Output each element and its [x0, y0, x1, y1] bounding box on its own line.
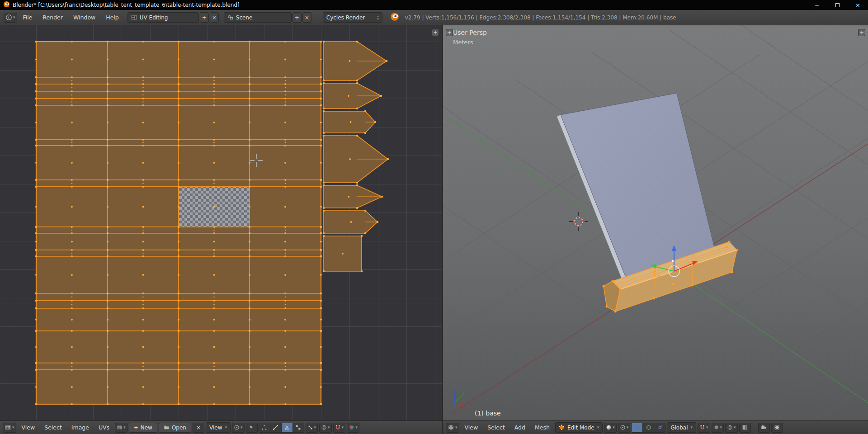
add-layout-button[interactable]: +: [200, 12, 209, 23]
uv-menu-uvs[interactable]: UVs: [94, 423, 113, 433]
island-select-icon: [295, 425, 301, 430]
uv-editor-header: ▾ View Select Image UVs ▾ + New Open: [0, 420, 442, 434]
film-icon: [774, 425, 780, 430]
uv-draw-channels-selector[interactable]: ▾: [347, 423, 359, 433]
active-object-overlay: (1) base: [475, 410, 501, 417]
unlink-image-button[interactable]: ×: [193, 423, 204, 433]
render-engine-selector[interactable]: Cycles Render ▴▾: [323, 12, 382, 23]
snap-element-icon: [713, 425, 719, 430]
close-button[interactable]: ×: [848, 0, 868, 10]
menu-render[interactable]: Render: [38, 12, 67, 23]
sync-select-icon: [249, 425, 255, 430]
proportional-edit-icon: [321, 425, 327, 430]
engine-value: Cycles Render: [326, 14, 365, 21]
blender-logo: [390, 12, 399, 23]
menu-file[interactable]: File: [19, 12, 37, 23]
v3d-pivot-selector[interactable]: ▾: [618, 423, 631, 433]
uv-menu-view[interactable]: View: [18, 423, 39, 433]
interaction-mode-selector[interactable]: Edit Mode ▾: [555, 422, 603, 433]
snap-toggle[interactable]: ▾: [698, 423, 710, 433]
uv-menu-select[interactable]: Select: [40, 423, 66, 433]
shading-sphere-icon: [606, 425, 612, 430]
face-select-icon: [284, 425, 290, 430]
toolshelf-region-toggle[interactable]: +: [446, 29, 453, 36]
view3d-editor-type-button[interactable]: ▾: [446, 423, 459, 433]
camera-icon: [761, 425, 767, 430]
menu-help[interactable]: Help: [101, 12, 123, 23]
opengl-render-anim-button[interactable]: [771, 423, 783, 433]
menu-window[interactable]: Window: [69, 12, 100, 23]
engine-cycle-arrows: ▴▾: [377, 15, 379, 20]
v3d-menu-mesh[interactable]: Mesh: [531, 423, 554, 433]
delete-scene-button[interactable]: ×: [302, 12, 311, 23]
magnet-icon: [335, 425, 341, 430]
view3d-editor-icon: [448, 424, 454, 431]
occlude-geometry-icon: [742, 425, 748, 430]
v3d-menu-select[interactable]: Select: [483, 423, 509, 433]
minimize-button[interactable]: −: [807, 0, 827, 10]
blender-app-icon: [3, 1, 10, 9]
uv-proportional-edit-selector[interactable]: ▾: [319, 423, 332, 433]
scale-manipulator-button[interactable]: [654, 423, 665, 433]
opengl-render-button[interactable]: [758, 423, 770, 433]
translate-icon: [634, 425, 640, 430]
uv-select-mode-group: [259, 423, 304, 433]
main-area: + ▾ View Select Image UVs ▾ + New: [0, 25, 868, 434]
view3d-canvas[interactable]: x y z User Persp Meters (1) base + +: [443, 25, 868, 420]
screen-layout-value: UV Editing: [140, 14, 168, 21]
vertex-select-icon: [261, 425, 267, 430]
new-image-button[interactable]: + New: [129, 423, 157, 433]
uv-editor-type-button[interactable]: ▾: [3, 423, 16, 433]
view3d-editor: x y z User Persp Meters (1) base + + ▾: [443, 25, 868, 434]
uv-mode-selector[interactable]: View ▾: [206, 422, 231, 433]
rotate-icon: [646, 425, 651, 430]
viewport-shading-selector[interactable]: ▾: [604, 423, 617, 433]
scene-selector[interactable]: Scene: [224, 12, 292, 23]
info-header: ▾ File Render Window Help UV Editing + ×…: [0, 10, 868, 25]
svg-text:x: x: [465, 403, 468, 408]
image-editor-icon: [5, 424, 11, 431]
view3d-scene-graphic: x y z: [443, 25, 868, 420]
browse-image-button[interactable]: ▾: [115, 423, 127, 433]
uv-snap-selector[interactable]: ▾: [333, 423, 346, 433]
uv-menu-image[interactable]: Image: [67, 423, 93, 433]
plus-icon: +: [134, 425, 138, 431]
scene-statistics: v2.79 | Verts:1,156/1,156 | Edges:2,308/…: [405, 14, 676, 21]
pivot-point-icon: [620, 425, 626, 430]
uv-pivot-selector[interactable]: ▾: [232, 423, 245, 433]
limit-selection-visible-toggle[interactable]: [739, 423, 751, 433]
uv-select-vertex-button[interactable]: [259, 423, 270, 433]
add-scene-button[interactable]: +: [292, 12, 302, 23]
browse-image-icon: [117, 425, 123, 430]
uv-layout-graphic: [0, 25, 442, 420]
rotate-manipulator-button[interactable]: [642, 423, 654, 433]
properties-region-toggle[interactable]: +: [858, 29, 865, 36]
uv-properties-region-toggle[interactable]: +: [432, 29, 439, 36]
v3d-proportional-icon: [727, 425, 733, 430]
uv-sticky-select-selector[interactable]: ▾: [306, 423, 318, 433]
uv-sync-selection-toggle[interactable]: [246, 423, 258, 433]
screen-layout-icon: [131, 14, 137, 20]
uv-select-edge-button[interactable]: [270, 423, 282, 433]
uv-canvas[interactable]: +: [0, 25, 442, 420]
scale-icon: [657, 425, 663, 430]
open-image-button[interactable]: Open: [159, 423, 191, 433]
uv-select-face-button[interactable]: [281, 423, 293, 433]
edge-select-icon: [273, 425, 278, 430]
snap-element-selector[interactable]: ▾: [712, 423, 724, 433]
screen-layout-selector[interactable]: UV Editing: [127, 12, 199, 23]
uv-select-island-button[interactable]: [292, 423, 304, 433]
v3d-proportional-edit-selector[interactable]: ▾: [725, 423, 738, 433]
view3d-header: ▾ View Select Add Mesh Edit Mode ▾ ▾ ▾: [443, 420, 868, 434]
transform-orientation-selector[interactable]: Global ▾: [667, 422, 696, 433]
delete-layout-button[interactable]: ×: [210, 12, 219, 23]
edit-mode-icon: [559, 425, 565, 430]
v3d-menu-view[interactable]: View: [461, 423, 482, 433]
scene-value: Scene: [236, 14, 253, 21]
maximize-button[interactable]: [827, 0, 848, 10]
translate-manipulator-button[interactable]: [631, 423, 643, 433]
editor-type-info-button[interactable]: ▾: [4, 13, 17, 23]
svg-text:z: z: [453, 387, 455, 392]
v3d-menu-add[interactable]: Add: [510, 423, 529, 433]
scene-icon: [227, 14, 233, 20]
